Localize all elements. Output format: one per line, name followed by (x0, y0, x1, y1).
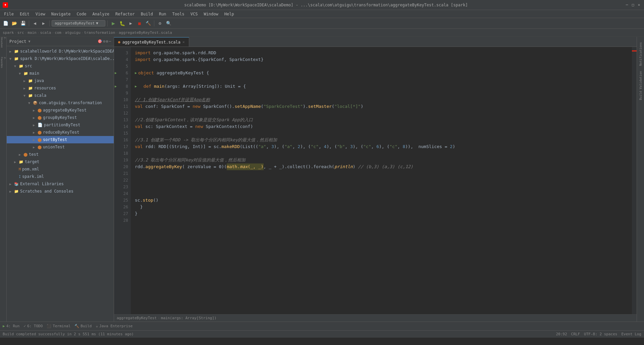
run-bar-run[interactable]: ▶ 4: Run (3, 324, 19, 328)
tree-arrow-19: ▶ (9, 190, 14, 193)
code-line-17: val rdd: RDD[(String, Int)] = sc.makeRDD… (135, 143, 628, 150)
breadcrumb-item-6[interactable]: transformation (84, 30, 115, 35)
right-tab-build-validation[interactable]: Build Validation (638, 68, 643, 103)
menu-item-navigate[interactable]: Navigate (49, 11, 73, 17)
toolbar-back-icon[interactable]: ◀ (31, 20, 39, 27)
breadcrumb-item-1[interactable]: src (17, 30, 24, 35)
tree-item-16[interactable]: Mpom.xml (7, 165, 114, 173)
run-config-selector[interactable]: aggregateByKeyTest ▼ (52, 20, 105, 26)
menu-item-view[interactable]: View (33, 11, 48, 17)
tree-item-6[interactable]: ▼📁scala (7, 92, 114, 99)
sidebar-expand-icon[interactable]: ⊞ (106, 39, 108, 44)
tree-item-7[interactable]: ▼📦com.atguigu.transformation (7, 99, 114, 107)
run-bar-java-enterprise[interactable]: ☕ Java Enterprise (96, 324, 132, 328)
build-button[interactable]: 🔨 (145, 20, 152, 27)
menu-item-vcs[interactable]: VCS (188, 11, 201, 17)
tree-item-17[interactable]: Ispark.iml (7, 173, 114, 180)
tree-item-11[interactable]: ▶⬤reduceByKeyTest (7, 129, 114, 136)
left-structure-tab[interactable]: Z-Structure (1, 40, 6, 45)
run-bar-todo[interactable]: ✓ 6: TODO (23, 324, 43, 328)
tree-item-5[interactable]: ▶📁resources (7, 84, 114, 92)
status-line-ending[interactable]: CRLF (571, 332, 580, 336)
tree-item-15[interactable]: ▶📁target (7, 158, 114, 165)
tree-item-18[interactable]: ▶📚External Libraries (7, 180, 114, 188)
tree-icon-3: 📁 (23, 71, 28, 76)
run-with-coverage-icon[interactable]: ▶ (127, 20, 135, 27)
code-content[interactable]: import org.apache.spark.rdd.RDDimport or… (131, 47, 632, 314)
tree-item-2[interactable]: ▼📁src (7, 62, 114, 70)
right-gutter[interactable] (632, 47, 637, 314)
sidebar-collapse-icon[interactable]: ─ (109, 39, 111, 44)
tree-item-8[interactable]: ▶⬤aggregateByKeyTest (7, 107, 114, 114)
menu-item-file[interactable]: File (1, 11, 16, 17)
status-encoding[interactable]: UTF-8: 2 spaces (584, 332, 617, 336)
left-bookmarks-tab[interactable]: Z-Favorites (1, 60, 6, 65)
menu-item-run[interactable]: Run (156, 11, 169, 17)
project-dropdown-icon[interactable]: ▼ (29, 40, 31, 43)
build-icon: 🔨 (74, 324, 79, 328)
run-button[interactable]: ▶ (110, 20, 117, 27)
maximize-button[interactable]: □ (631, 3, 635, 7)
tab-bar: ● aggregateByKeyTest.scala ✕ (114, 37, 637, 47)
menu-item-analyze[interactable]: Analyze (90, 11, 112, 17)
menu-item-edit[interactable]: Edit (17, 11, 32, 17)
event-log-link[interactable]: Event Log (621, 332, 641, 336)
run-bar-build[interactable]: 🔨 Build (74, 324, 92, 328)
right-tab-notifications[interactable]: Notifications (638, 40, 643, 68)
debug-button[interactable]: 🐛 (118, 20, 126, 27)
line-num-14: 14 (114, 123, 131, 130)
fold-arrow-8[interactable]: ▶ (135, 83, 137, 90)
fold-arrow-6[interactable]: ▶ (135, 70, 137, 76)
line-num-12: 12 (114, 110, 131, 117)
close-button[interactable]: ✕ (637, 3, 641, 7)
toolbar-new-icon[interactable]: 📄 (2, 20, 9, 27)
tree-item-12[interactable]: ▶⬤sortByTest (7, 136, 114, 143)
minimize-button[interactable]: ─ (625, 3, 629, 7)
toolbar-open-icon[interactable]: 📂 (11, 20, 18, 27)
editor-tab-aggregateByKeyTest[interactable]: ● aggregateByKeyTest.scala ✕ (114, 37, 189, 47)
tree-item-0[interactable]: ▶📁scalahelloworld D:\MyWork\WorkSpaceIDE… (7, 48, 114, 55)
run-bar-terminal[interactable]: ⬛ Terminal (47, 324, 70, 328)
tree-label-0: scalahelloworld D:\MyWork\WorkSpaceIDEA.… (20, 49, 114, 54)
menu-item-refactor[interactable]: Refactor (113, 11, 138, 17)
search-everywhere-icon[interactable]: 🔍 (165, 20, 172, 27)
menu-item-window[interactable]: Window (201, 11, 221, 17)
toolbar-forward-icon[interactable]: ▶ (40, 20, 47, 27)
window-controls[interactable]: ─ □ ✕ (625, 3, 641, 7)
line-num-5: 5 (114, 63, 131, 70)
breadcrumb-bottom-item1[interactable]: aggregateByKeyTest (117, 316, 157, 320)
status-position[interactable]: 20:92 (556, 332, 567, 336)
breadcrumb-item-7[interactable]: aggregateByKeyTest.scala (119, 30, 172, 35)
tree-arrow-5: ▶ (23, 86, 28, 90)
sdk-manager-icon[interactable]: ⚙ (156, 20, 164, 27)
menu-item-help[interactable]: Help (222, 11, 237, 17)
sidebar-locate-icon[interactable]: 🎯 (98, 39, 102, 44)
tab-close-button[interactable]: ✕ (182, 40, 185, 44)
exec-arrow-6: ▶ (115, 70, 117, 76)
toolbar-save-icon[interactable]: 💾 (19, 20, 27, 27)
code-line-19: //3.2 取出每个分区相同key对应值的最大值，然后相加 (135, 157, 628, 163)
sidebar-gear-icon[interactable]: ⚙ (103, 39, 105, 44)
breadcrumb-item-0[interactable]: spark (3, 30, 14, 35)
tree-label-3: main (30, 71, 39, 76)
tree-item-19[interactable]: ▶📁Scratches and Consoles (7, 188, 114, 195)
status-left: Build completed successfully in 2 s 551 … (3, 332, 553, 336)
breadcrumb-item-5[interactable]: atguigu (65, 30, 80, 35)
tree-item-1[interactable]: ▼📁spark D:\MyWork\WorkSpaceIDEA\scalaDe.… (7, 55, 114, 62)
breadcrumb-item-2[interactable]: main (28, 30, 37, 35)
tree-item-13[interactable]: ▶⬤unionTest (7, 143, 114, 151)
menu-item-build[interactable]: Build (138, 11, 156, 17)
code-editor[interactable]: 345▶67▶891011121314151617181920212223242… (114, 47, 637, 314)
tree-item-10[interactable]: ▶📄partitionByTest (7, 121, 114, 129)
code-line-13: //2.创建SparkContext，该对象是提交Spark App的入口 (135, 117, 628, 123)
breadcrumb-item-4[interactable]: com (55, 30, 61, 35)
tree-item-4[interactable]: ▶📁java (7, 77, 114, 84)
menu-item-tools[interactable]: Tools (170, 11, 187, 17)
tree-item-14[interactable]: ▶⬤test (7, 151, 114, 158)
tree-item-9[interactable]: ▶⬤groupByKeyTest (7, 114, 114, 121)
tree-arrow-11: ▶ (33, 131, 38, 134)
stop-button[interactable]: ■ (136, 20, 143, 27)
menu-item-code[interactable]: Code (74, 11, 89, 17)
tree-item-3[interactable]: ▼📁main (7, 70, 114, 77)
breadcrumb-item-3[interactable]: scala (40, 30, 51, 35)
